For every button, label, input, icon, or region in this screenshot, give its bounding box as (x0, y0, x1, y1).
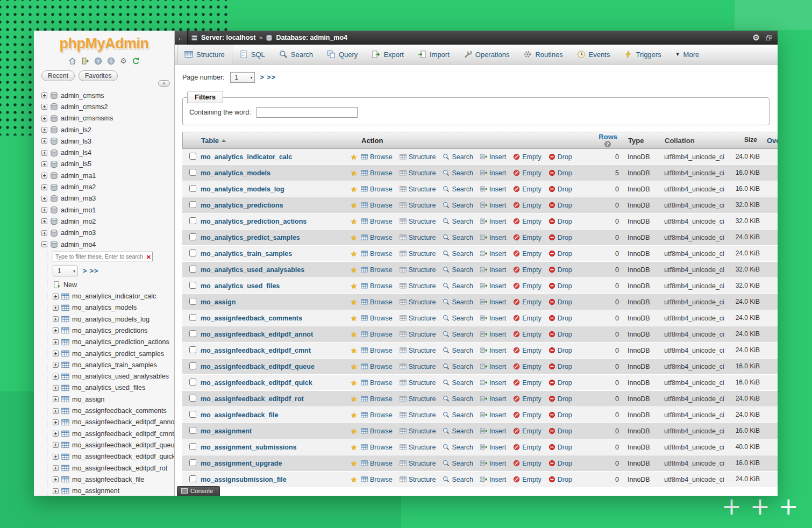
browse-action[interactable]: Browse (361, 347, 393, 354)
search-action[interactable]: Search (443, 315, 473, 322)
insert-action[interactable]: Insert (480, 218, 506, 225)
favorite-star-icon[interactable]: ★ (347, 185, 361, 194)
sidebar-item-database[interactable]: admin_cmsms2 (34, 101, 174, 112)
favorite-star-icon[interactable]: ★ (347, 427, 361, 436)
expand-icon[interactable] (41, 161, 47, 167)
breadcrumb-server-link[interactable]: Server: localhost (201, 34, 255, 41)
tab-events[interactable]: Events (570, 45, 617, 64)
search-action[interactable]: Search (443, 185, 473, 193)
header-overhead[interactable]: Overhead (760, 137, 778, 145)
expand-icon[interactable] (41, 207, 47, 213)
expand-icon[interactable] (53, 419, 59, 425)
sidebar-item-table[interactable]: mo_analytics_indicator_calc (47, 290, 174, 302)
favorite-star-icon[interactable]: ★ (347, 249, 361, 258)
containing-word-input[interactable] (257, 107, 358, 118)
search-action[interactable]: Search (443, 250, 473, 258)
empty-action[interactable]: Empty (513, 427, 541, 435)
structure-action[interactable]: Structure (400, 298, 436, 306)
expand-icon[interactable] (53, 351, 59, 356)
favorite-star-icon[interactable]: ★ (347, 217, 361, 226)
table-name-link[interactable]: mo_analytics_predict_samples (201, 234, 300, 241)
row-checkbox[interactable] (189, 362, 196, 369)
table-name-link[interactable]: mo_analytics_predictions (201, 202, 283, 209)
sidebar-item-database[interactable]: admin_ma2 (34, 181, 174, 192)
browse-action[interactable]: Browse (361, 169, 393, 177)
expand-icon[interactable] (53, 396, 59, 402)
expand-icon[interactable] (53, 476, 59, 482)
table-name-link[interactable]: mo_assignment_submissions (201, 444, 297, 451)
expand-icon[interactable] (41, 196, 47, 202)
browse-action[interactable]: Browse (361, 379, 393, 387)
search-action[interactable]: Search (443, 411, 473, 419)
table-name-link[interactable]: mo_assignsubmission_file (201, 476, 287, 483)
tab-routines[interactable]: Routines (516, 45, 569, 64)
sidebar-item-database[interactable]: admin_mo3 (34, 227, 174, 239)
browse-action[interactable]: Browse (361, 250, 393, 258)
browse-action[interactable]: Browse (361, 427, 393, 435)
browse-action[interactable]: Browse (361, 266, 393, 274)
table-name-link[interactable]: mo_analytics_used_files (201, 282, 280, 290)
table-name-link[interactable]: mo_analytics_used_analysables (201, 266, 304, 274)
tab-export[interactable]: Export (365, 45, 411, 64)
browse-action[interactable]: Browse (361, 315, 393, 322)
expand-icon[interactable] (41, 184, 47, 190)
drop-action[interactable]: Drop (549, 395, 572, 403)
table-name-link[interactable]: mo_analytics_prediction_actions (201, 218, 307, 225)
favorite-star-icon[interactable]: ★ (347, 201, 361, 210)
structure-action[interactable]: Structure (400, 169, 436, 177)
expand-icon[interactable] (53, 305, 59, 311)
favorite-star-icon[interactable]: ★ (347, 362, 361, 371)
tree-page-select[interactable]: 1 ▾ (53, 266, 77, 276)
row-checkbox[interactable] (189, 185, 196, 192)
sidebar-item-table[interactable]: mo_assignment (47, 486, 174, 496)
search-action[interactable]: Search (443, 331, 473, 338)
empty-action[interactable]: Empty (513, 234, 541, 241)
browse-action[interactable]: Browse (361, 234, 393, 241)
favorite-star-icon[interactable]: ★ (347, 443, 361, 452)
sidebar-item-table[interactable]: mo_analytics_used_analysables (47, 371, 174, 382)
drop-action[interactable]: Drop (549, 460, 572, 467)
empty-action[interactable]: Empty (513, 331, 541, 338)
empty-action[interactable]: Empty (513, 395, 541, 403)
insert-action[interactable]: Insert (480, 298, 506, 306)
insert-action[interactable]: Insert (480, 234, 506, 241)
tab-recent[interactable]: Recent (41, 70, 75, 81)
table-name-link[interactable]: mo_assignfeedback_editpdf_rot (201, 395, 304, 403)
expand-icon[interactable] (41, 127, 47, 133)
insert-action[interactable]: Insert (480, 476, 506, 483)
insert-action[interactable]: Insert (480, 315, 506, 322)
insert-action[interactable]: Insert (480, 347, 506, 354)
expand-icon[interactable] (41, 92, 47, 98)
search-action[interactable]: Search (443, 298, 473, 306)
structure-action[interactable]: Structure (400, 363, 436, 370)
favorite-star-icon[interactable]: ★ (347, 153, 361, 161)
browse-action[interactable]: Browse (361, 444, 393, 451)
favorite-star-icon[interactable]: ★ (347, 395, 361, 403)
structure-action[interactable]: Structure (400, 460, 436, 467)
favorite-star-icon[interactable]: ★ (347, 459, 361, 468)
empty-action[interactable]: Empty (513, 153, 541, 161)
drop-action[interactable]: Drop (549, 202, 572, 209)
tab-query[interactable]: Query (320, 45, 365, 64)
favorite-star-icon[interactable]: ★ (347, 411, 361, 419)
row-checkbox[interactable] (189, 298, 196, 305)
expand-icon[interactable] (53, 374, 59, 380)
favorite-star-icon[interactable]: ★ (347, 330, 361, 339)
docs-icon[interactable] (107, 57, 115, 65)
structure-action[interactable]: Structure (400, 218, 436, 225)
structure-action[interactable]: Structure (400, 202, 436, 209)
favorite-star-icon[interactable]: ★ (347, 298, 361, 306)
table-name-link[interactable]: mo_assign (201, 298, 236, 306)
drop-action[interactable]: Drop (549, 315, 572, 322)
expand-icon[interactable] (53, 442, 59, 448)
row-checkbox[interactable] (189, 314, 196, 321)
browse-action[interactable]: Browse (361, 218, 393, 225)
empty-action[interactable]: Empty (513, 282, 541, 290)
favorite-star-icon[interactable]: ★ (347, 282, 361, 290)
filters-legend[interactable]: Filters (187, 91, 223, 103)
favorite-star-icon[interactable]: ★ (347, 266, 361, 274)
search-action[interactable]: Search (443, 169, 473, 177)
structure-action[interactable]: Structure (400, 476, 436, 483)
empty-action[interactable]: Empty (513, 444, 541, 451)
sidebar-item-database[interactable]: admin_ls5 (34, 159, 174, 170)
